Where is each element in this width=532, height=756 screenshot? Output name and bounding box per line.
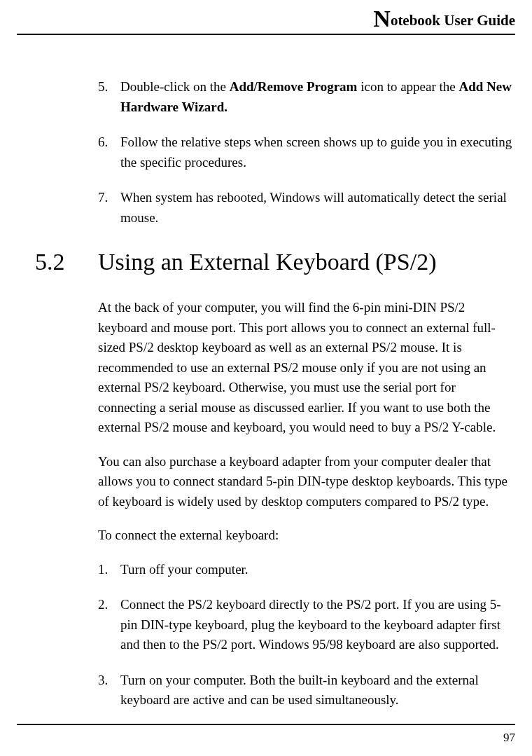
list-item: 5. Double-click on the Add/Remove Progra… (98, 77, 515, 117)
page-header: Notebook User Guide (0, 0, 532, 32)
list-item: 1. Turn off your computer. (98, 560, 515, 580)
list-item: 2. Connect the PS/2 keyboard directly to… (98, 595, 515, 655)
header-title: Notebook User Guide (373, 4, 515, 31)
page-content: 5. Double-click on the Add/Remove Progra… (0, 35, 532, 710)
list-item: 6. Follow the relative steps when screen… (98, 132, 515, 172)
paragraph: You can also purchase a keyboard adapter… (98, 452, 515, 512)
section-number: 5.2 (35, 249, 98, 275)
list-item: 3. Turn on your computer. Both the built… (98, 671, 515, 710)
list-number: 1. (98, 560, 120, 580)
section-heading: 5.2 Using an External Keyboard (PS/2) (35, 249, 515, 275)
list-number: 6. (98, 132, 120, 172)
list-body: Turn on your computer. Both the built-in… (120, 671, 515, 710)
list-body: Double-click on the Add/Remove Program i… (120, 77, 515, 117)
list-item: 7. When system has rebooted, Windows wil… (98, 188, 515, 228)
list-number: 3. (98, 671, 120, 710)
header-drop-cap: N (373, 6, 391, 32)
list-body: Follow the relative steps when screen sh… (120, 132, 515, 172)
header-title-rest: otebook User Guide (391, 12, 515, 29)
list-number: 7. (98, 188, 120, 228)
list-body: Connect the PS/2 keyboard directly to th… (120, 595, 515, 655)
list-body: Turn off your computer. (120, 560, 515, 580)
paragraph: At the back of your computer, you will f… (98, 298, 515, 438)
list-body: When system has rebooted, Windows will a… (120, 188, 515, 228)
section-title: Using an External Keyboard (PS/2) (98, 249, 515, 275)
list-number: 2. (98, 595, 120, 655)
footer-rule (17, 724, 515, 725)
list-number: 5. (98, 77, 120, 117)
paragraph: To connect the external keyboard: (98, 525, 515, 546)
page-number: 97 (503, 731, 515, 745)
